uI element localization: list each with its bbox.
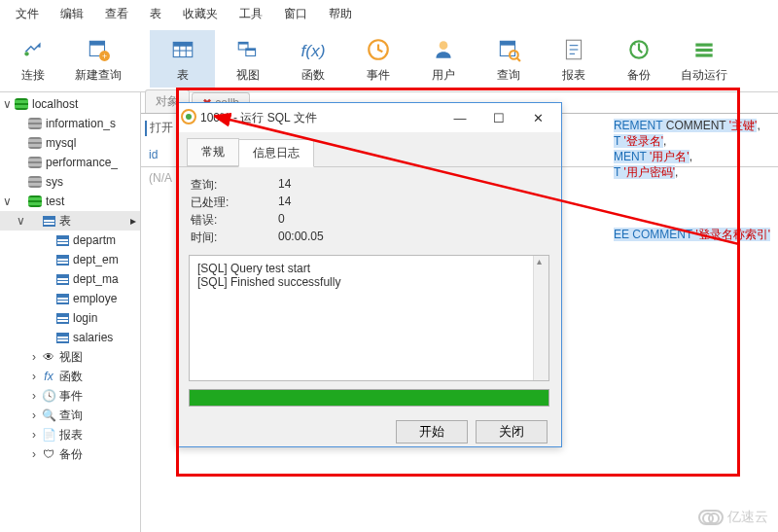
tree-db[interactable]: mysql (0, 133, 140, 153)
run-sql-dialog: 100% - 运行 SQL 文件 — ☐ ✕ 常规 信息日志 查询:14 已处理… (176, 102, 562, 447)
tool-report[interactable]: 报表 (541, 30, 606, 88)
svg-text:f(x): f(x) (301, 41, 325, 60)
tool-backup[interactable]: 备份 (606, 30, 671, 88)
tree-table[interactable]: employe (0, 289, 140, 308)
tree-table[interactable]: login (0, 308, 140, 328)
tree-connection[interactable]: ∨localhost (0, 94, 140, 114)
tree-table[interactable]: departm (0, 231, 140, 250)
backup-icon: 🛡 (41, 447, 56, 461)
tool-query[interactable]: 查询 (476, 30, 541, 88)
svg-rect-28 (695, 53, 712, 56)
svg-rect-26 (695, 44, 712, 47)
tree-functions[interactable]: ›fx函数 (0, 367, 140, 386)
tool-new-query[interactable]: +新建查询 (65, 30, 130, 88)
progress-bar (189, 389, 549, 407)
svg-rect-6 (173, 42, 193, 46)
close-dialog-button[interactable]: 关闭 (476, 420, 548, 443)
tree-db-test[interactable]: ∨test (0, 192, 140, 211)
svg-rect-13 (245, 49, 255, 51)
cloud-icon (698, 510, 724, 525)
tab-log[interactable]: 信息日志 (238, 139, 314, 167)
dialog-titlebar[interactable]: 100% - 运行 SQL 文件 — ☐ ✕ (177, 103, 561, 132)
svg-rect-27 (695, 49, 712, 52)
log-line: [SQL] Query test start (197, 262, 541, 275)
view-icon: 👁 (41, 350, 56, 364)
tree-db[interactable]: information_s (0, 114, 140, 133)
svg-point-30 (186, 114, 192, 120)
minimize-button[interactable]: — (441, 111, 479, 125)
tool-user[interactable]: 用户 (410, 30, 476, 88)
menu-bar: 文件 编辑 查看 表 收藏夹 工具 窗口 帮助 (0, 0, 778, 28)
menu-tools[interactable]: 工具 (230, 4, 272, 24)
watermark: 亿速云 (698, 509, 768, 526)
tree-reports[interactable]: ›📄报表 (0, 425, 140, 444)
progress-fill (190, 390, 548, 406)
tree-views[interactable]: ›👁视图 (0, 347, 140, 367)
tool-table[interactable]: 表 (150, 30, 215, 88)
tree-events[interactable]: ›🕓事件 (0, 386, 140, 406)
menu-file[interactable]: 文件 (6, 4, 49, 24)
tree-table[interactable]: salaries (0, 328, 140, 347)
scrollbar[interactable] (533, 256, 548, 380)
tree-db[interactable]: performance_ (0, 153, 140, 172)
menu-window[interactable]: 窗口 (274, 4, 317, 24)
dialog-stats: 查询:14 已处理:14 错误:0 时间:00:00.05 (177, 167, 561, 253)
log-line: [SQL] Finished successfully (197, 275, 541, 289)
query-icon: 🔍 (41, 408, 56, 422)
tool-event[interactable]: 事件 (345, 30, 410, 88)
tab-general[interactable]: 常规 (187, 138, 239, 166)
sql-fragment: REMENT COMMENT '主键', T '登录名', MENT '用户名'… (614, 118, 770, 242)
menu-edit[interactable]: 编辑 (51, 4, 93, 24)
tree-table[interactable]: dept_ma (0, 269, 140, 289)
tree-tables-node[interactable]: ∨表▸ (0, 211, 140, 231)
menu-table[interactable]: 表 (140, 4, 171, 24)
tree-db[interactable]: sys (0, 172, 140, 192)
start-button[interactable]: 开始 (396, 420, 468, 443)
menu-help[interactable]: 帮助 (319, 4, 362, 24)
report-icon: 📄 (41, 428, 56, 442)
svg-line-20 (516, 58, 519, 61)
svg-text:+: + (101, 52, 106, 61)
app-icon (181, 109, 196, 127)
object-tree[interactable]: ∨localhost information_s mysql performan… (0, 92, 141, 532)
tool-view[interactable]: 视图 (215, 30, 280, 88)
clock-icon: 🕓 (41, 389, 56, 403)
dialog-title: 100% - 运行 SQL 文件 (196, 110, 441, 126)
svg-rect-11 (238, 42, 248, 44)
log-output[interactable]: [SQL] Query test start [SQL] Finished su… (189, 255, 549, 381)
dialog-tabs: 常规 信息日志 (177, 132, 561, 167)
menu-view[interactable]: 查看 (95, 4, 138, 24)
svg-point-16 (439, 41, 447, 50)
tool-function[interactable]: f(x)函数 (280, 30, 345, 88)
svg-rect-18 (500, 41, 514, 45)
tool-connect[interactable]: 连接 (0, 30, 65, 88)
tree-queries[interactable]: ›🔍查询 (0, 406, 140, 425)
tree-table[interactable]: dept_em (0, 250, 140, 269)
menu-fav[interactable]: 收藏夹 (173, 4, 228, 24)
toolbar: 连接 +新建查询 表 视图 f(x)函数 事件 用户 查询 报表 备份 自动运行 (0, 28, 778, 92)
close-button[interactable]: ✕ (518, 111, 557, 125)
svg-rect-2 (89, 41, 104, 45)
fx-icon: fx (41, 370, 56, 383)
tool-schedule[interactable]: 自动运行 (671, 30, 736, 88)
maximize-button[interactable]: ☐ (479, 111, 518, 125)
tree-backups[interactable]: ›🛡备份 (0, 444, 140, 464)
svg-point-0 (24, 52, 28, 55)
